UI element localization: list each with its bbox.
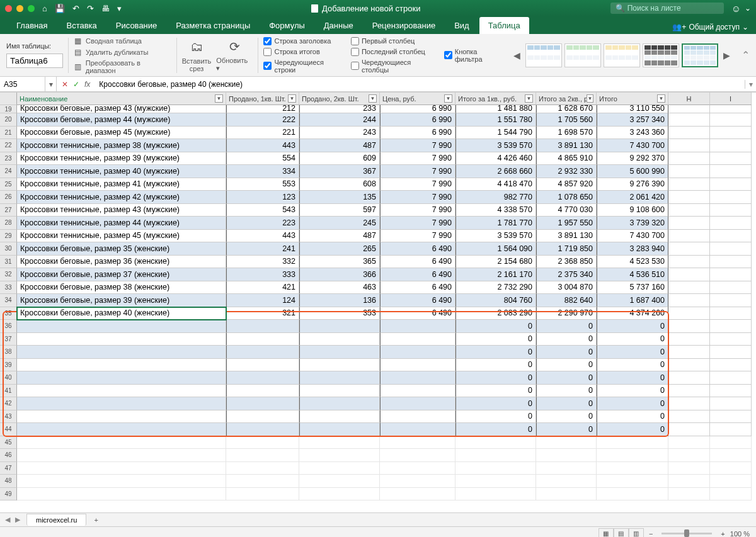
cell[interactable]: 353 [299, 307, 380, 320]
cell[interactable]: 2 161 170 [455, 268, 536, 281]
cell[interactable]: 212 [226, 105, 299, 113]
cell[interactable] [226, 371, 299, 385]
home-icon[interactable]: ⌂ [42, 4, 47, 13]
cell[interactable]: 136 [299, 294, 380, 307]
cell[interactable] [17, 397, 226, 410]
cell[interactable]: 487 [299, 230, 380, 243]
cell[interactable]: 241 [226, 242, 299, 256]
cell[interactable]: 4 770 030 [536, 204, 597, 217]
row-header[interactable]: 33 [0, 281, 17, 295]
cell[interactable]: 7 430 700 [597, 230, 668, 243]
cell[interactable]: 1 078 650 [536, 191, 597, 204]
filter-button-checkbox[interactable]: Кнопка фильтра [444, 48, 506, 63]
view-pagelayout[interactable]: ▤ [614, 528, 629, 538]
cell[interactable] [710, 307, 752, 320]
cell[interactable] [536, 436, 597, 449]
cell[interactable]: 7 990 [380, 230, 455, 243]
cell[interactable]: 333 [226, 268, 299, 281]
row-header[interactable]: 44 [0, 423, 17, 436]
cell[interactable] [710, 475, 752, 488]
row-header[interactable]: 35 [0, 307, 17, 320]
cell[interactable]: 6 990 [380, 105, 455, 113]
cell[interactable]: 804 760 [455, 294, 536, 307]
cell[interactable]: 2 932 330 [536, 165, 597, 178]
cell[interactable]: 7 990 [380, 139, 455, 152]
cell[interactable] [597, 436, 668, 449]
cell[interactable] [380, 371, 455, 385]
header-row-checkbox[interactable]: Строка заголовка [263, 37, 345, 45]
cell[interactable]: 2 290 970 [536, 307, 597, 320]
cell[interactable]: 0 [455, 410, 536, 424]
row-header[interactable]: 29 [0, 230, 17, 243]
cell[interactable] [299, 397, 380, 410]
cell[interactable] [710, 127, 752, 140]
col-header-I[interactable]: I [710, 93, 752, 105]
tab-главная[interactable]: Главная [8, 17, 56, 34]
row-header[interactable]: 41 [0, 385, 17, 398]
cell[interactable] [668, 397, 710, 410]
cell[interactable] [710, 423, 752, 436]
cell[interactable] [710, 256, 752, 269]
cell[interactable] [710, 320, 752, 333]
cell[interactable] [668, 256, 710, 269]
cell[interactable]: 443 [226, 139, 299, 152]
cell[interactable]: Кроссовки теннисные, размер 44 (мужские) [17, 217, 226, 230]
cell[interactable]: 0 [597, 410, 668, 424]
row-header[interactable]: 39 [0, 359, 17, 372]
cell[interactable]: Кроссовки теннисные, размер 43 (мужские) [17, 204, 226, 217]
cell[interactable] [597, 488, 668, 501]
print-icon[interactable]: 🖶 [101, 4, 110, 13]
cell[interactable]: Кроссовки теннисные, размер 42 (мужские) [17, 191, 226, 204]
sheet-nav-first[interactable]: ◀ [5, 516, 10, 524]
cell[interactable]: 2 061 420 [597, 191, 668, 204]
cell[interactable] [710, 139, 752, 152]
cell[interactable]: 1 957 550 [536, 217, 597, 230]
row-header[interactable]: 47 [0, 462, 17, 475]
cell[interactable]: 553 [226, 178, 299, 191]
cell[interactable]: 0 [455, 320, 536, 333]
banded-rows-checkbox[interactable]: Чередующиеся строки [263, 59, 345, 74]
cell[interactable] [710, 268, 752, 281]
cell[interactable]: 0 [455, 333, 536, 346]
cell[interactable] [536, 475, 597, 488]
cell[interactable] [710, 217, 752, 230]
total-row-checkbox[interactable]: Строка итогов [263, 48, 345, 56]
cell[interactable] [710, 191, 752, 204]
cell[interactable] [710, 113, 752, 127]
cell[interactable]: 243 [299, 127, 380, 140]
cell[interactable]: 6 490 [380, 281, 455, 295]
row-header[interactable]: 22 [0, 139, 17, 152]
cell[interactable]: Кроссовки теннисные, размер 41 (мужские) [17, 178, 226, 191]
cell[interactable]: Кроссовки беговые, размер 37 (женские) [17, 268, 226, 281]
cell[interactable] [597, 462, 668, 475]
zoom-slider[interactable] [662, 533, 712, 534]
col-header-H[interactable]: H [668, 93, 710, 105]
cell[interactable]: 6 990 [380, 127, 455, 140]
cell[interactable] [380, 488, 455, 501]
cell[interactable] [668, 127, 710, 140]
cell[interactable]: 1 564 090 [455, 242, 536, 256]
undo-icon[interactable]: ↶ [72, 4, 79, 13]
tab-формулы[interactable]: Формулы [260, 17, 314, 34]
tab-рисование[interactable]: Рисование [107, 17, 166, 34]
add-sheet-button[interactable]: + [88, 514, 104, 526]
cell[interactable] [380, 385, 455, 398]
cell[interactable]: 554 [226, 152, 299, 166]
styles-next[interactable]: ▶ [721, 50, 733, 60]
cell[interactable]: Кроссовки теннисные, размер 40 (мужские) [17, 165, 226, 178]
cell[interactable]: 1 781 770 [455, 217, 536, 230]
cell[interactable]: Кроссовки беговые, размер 39 (женские) [17, 294, 226, 307]
cell[interactable]: 6 490 [380, 294, 455, 307]
cell[interactable]: 6 990 [380, 113, 455, 127]
cell[interactable]: Кроссовки беговые, размер 40 (женские) [17, 307, 226, 320]
cell[interactable]: 882 640 [536, 294, 597, 307]
cell[interactable] [299, 488, 380, 501]
cell[interactable] [455, 475, 536, 488]
cell[interactable]: 3 243 360 [597, 127, 668, 140]
cell[interactable]: 3 257 340 [597, 113, 668, 127]
cell[interactable]: 5 737 160 [597, 281, 668, 295]
cell[interactable]: 2 083 290 [455, 307, 536, 320]
cell[interactable] [455, 462, 536, 475]
cell[interactable] [17, 410, 226, 424]
cell[interactable] [668, 152, 710, 166]
